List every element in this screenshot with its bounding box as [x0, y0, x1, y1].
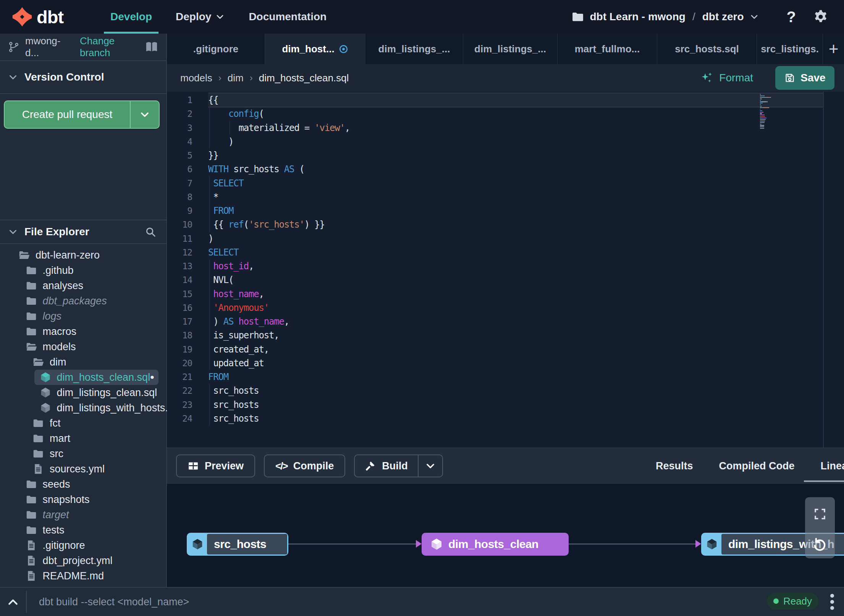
tree-item-macros[interactable]: macros	[0, 324, 166, 339]
code-area[interactable]: {{ config( materialized = 'view', )}}WIT…	[208, 93, 823, 425]
tab-compiled-code[interactable]: Compiled Code	[719, 460, 795, 472]
code-line-16[interactable]: 'Anonymous'	[208, 301, 823, 315]
editor-tab-src-listings-[interactable]: src_listings.	[757, 34, 823, 64]
lineage-canvas[interactable]: src_hosts dim_hosts_clean dim_listings_w…	[167, 484, 844, 587]
tab-results[interactable]: Results	[656, 460, 693, 472]
lineage-node-src-hosts[interactable]: src_hosts	[187, 533, 288, 556]
save-button[interactable]: Save	[775, 66, 834, 90]
code-line-19[interactable]: created_at,	[208, 343, 823, 356]
build-button[interactable]: Build	[354, 454, 443, 477]
code-line-14[interactable]: NVL(	[208, 273, 823, 287]
editor-tab-src-hosts-sql[interactable]: src_hosts.sql	[657, 34, 757, 64]
tree-item-analyses[interactable]: analyses	[0, 278, 166, 293]
breadcrumb-dim[interactable]: dim	[228, 72, 244, 84]
tree-item-dbt-packages[interactable]: dbt_packages	[0, 293, 166, 309]
tree-item-dbt-project-yml[interactable]: dbt_project.yml	[0, 553, 166, 568]
lineage-controls	[805, 497, 835, 558]
code-line-5[interactable]: }}	[208, 149, 823, 162]
tree-item-fct[interactable]: fct	[0, 416, 166, 431]
code-line-12[interactable]: SELECT	[208, 246, 823, 259]
tree-item-sources-yml[interactable]: sources.yml	[0, 461, 166, 477]
indent-guide	[209, 176, 210, 190]
tree-item-seeds[interactable]: seeds	[0, 477, 166, 492]
dbt-logo[interactable]: dbt	[11, 6, 63, 27]
tree-item-logs[interactable]: logs	[0, 309, 166, 324]
fullscreen-icon[interactable]	[813, 507, 827, 521]
tree-item--github[interactable]: .github	[0, 263, 166, 278]
tree-item-readme-md[interactable]: README.md	[0, 568, 166, 584]
code-line-8[interactable]: *	[208, 190, 823, 204]
code-line-20[interactable]: updated_at	[208, 356, 823, 370]
pr-dropdown-toggle[interactable]	[130, 101, 159, 128]
refresh-icon[interactable]	[812, 536, 828, 553]
minimap-line	[760, 128, 791, 129]
file-explorer-section[interactable]: File Explorer	[0, 220, 166, 244]
gear-icon[interactable]	[813, 9, 829, 25]
tree-item-dim-listings-clean-sql[interactable]: dim_listings_clean.sql	[0, 385, 166, 400]
tree-item-mart[interactable]: mart	[0, 431, 166, 446]
code-line-24[interactable]: src_hosts	[208, 412, 823, 425]
code-editor[interactable]: 123456789101112131415161718192021222324 …	[167, 92, 844, 448]
editor-tab--gitignore[interactable]: .gitignore	[167, 34, 265, 64]
change-branch-link[interactable]: Change branch	[80, 35, 145, 59]
tree-item-dim[interactable]: dim	[0, 354, 166, 370]
new-tab-button[interactable]: +	[823, 34, 844, 64]
editor-tab-dim-host-[interactable]: dim_host...	[265, 34, 365, 64]
code-line-17[interactable]: ) AS host_name,	[208, 315, 823, 328]
code-line-18[interactable]: is_superhost,	[208, 328, 823, 342]
build-dropdown-toggle[interactable]	[418, 455, 442, 477]
code-line-2[interactable]: config(	[208, 107, 823, 121]
tree-item-models[interactable]: models	[0, 339, 166, 354]
tree-item-dim-listings-with-hosts-[interactable]: dim_listings_with_hosts...	[0, 400, 166, 416]
breadcrumb: models › dim › dim_hosts_clean.sql	[180, 72, 349, 84]
breadcrumb-models[interactable]: models	[180, 72, 212, 84]
code-line-22[interactable]: src_hosts	[208, 384, 823, 398]
menu-documentation[interactable]: Documentation	[237, 0, 338, 34]
code-line-15[interactable]: host_name,	[208, 287, 823, 301]
menu-deploy[interactable]: Deploy	[164, 0, 237, 34]
preview-button[interactable]: Preview	[176, 454, 255, 477]
compile-button[interactable]: </> Compile	[264, 454, 345, 477]
minimap[interactable]	[760, 94, 791, 129]
minimap-line	[760, 100, 791, 101]
editor-tab-mart-fullmo-[interactable]: mart_fullmo...	[558, 34, 657, 64]
code-line-21[interactable]: FROM	[208, 370, 823, 384]
code-line-7[interactable]: SELECT	[208, 176, 823, 190]
code-line-13[interactable]: host_id,	[208, 259, 823, 273]
kebab-menu-icon[interactable]	[830, 594, 834, 610]
format-button[interactable]: Format	[700, 71, 753, 85]
code-line-11[interactable]: )	[208, 232, 823, 246]
project-breadcrumb[interactable]: dbt Learn - mwong / dbt zero	[571, 10, 759, 23]
help-icon[interactable]: ?	[787, 8, 796, 26]
tree-item-label: fct	[50, 417, 61, 429]
docs-book-icon[interactable]	[145, 40, 158, 54]
lineage-edge	[288, 543, 416, 545]
file-icon	[26, 540, 37, 551]
tree-item-snapshots[interactable]: snapshots	[0, 492, 166, 507]
chevron-up-icon[interactable]	[6, 595, 20, 609]
account-name: dbt Learn - mwong	[590, 11, 685, 23]
tree-item-target[interactable]: target	[0, 507, 166, 522]
chevron-down-icon	[425, 460, 436, 472]
tab-lineage[interactable]: Lineage	[821, 460, 844, 472]
code-line-9[interactable]: FROM	[208, 204, 823, 218]
tree-item-src[interactable]: src	[0, 446, 166, 461]
code-line-3[interactable]: materialized = 'view',	[208, 121, 823, 135]
code-line-1[interactable]: {{	[208, 93, 823, 107]
menu-develop[interactable]: Develop	[99, 0, 164, 34]
search-icon[interactable]	[145, 226, 156, 238]
code-line-4[interactable]: )	[208, 135, 823, 149]
editor-tab-dim-listings-[interactable]: dim_listings_...	[365, 34, 463, 64]
tree-item-tests[interactable]: tests	[0, 522, 166, 538]
tree-item-dbt-learn-zero[interactable]: dbt-learn-zero	[0, 247, 166, 263]
code-line-6[interactable]: WITH src_hosts AS (	[208, 162, 823, 176]
tree-item-dim-hosts-clean-sql[interactable]: dim_hosts_clean.sql•	[34, 370, 159, 385]
code-line-10[interactable]: {{ ref('src_hosts') }}	[208, 218, 823, 231]
create-pull-request-button[interactable]: Create pull request	[4, 100, 160, 129]
tree-item--gitignore[interactable]: .gitignore	[0, 538, 166, 553]
command-placeholder[interactable]: dbt build --select <model_name>	[39, 588, 189, 616]
editor-tab-dim-listings-[interactable]: dim_listings_...	[463, 34, 558, 64]
code-line-23[interactable]: src_hosts	[208, 398, 823, 412]
lineage-node-dim-hosts-clean[interactable]: dim_hosts_clean	[422, 533, 569, 556]
version-control-section[interactable]: Version Control	[0, 61, 166, 94]
